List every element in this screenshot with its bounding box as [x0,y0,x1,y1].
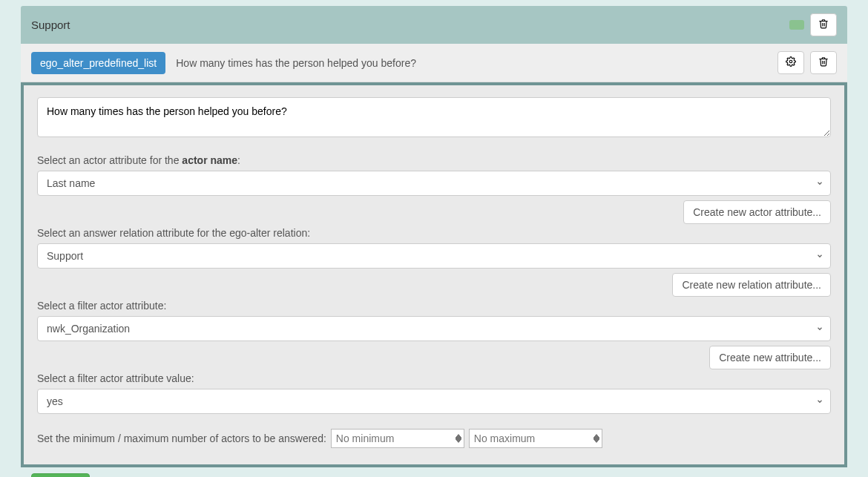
relation-label: Select an answer relation attribute for … [37,227,831,239]
delete-panel-button[interactable] [810,13,837,36]
svg-point-0 [789,60,792,63]
relation-select[interactable]: Support [37,243,831,269]
minmax-label: Set the minimum / maximum number of acto… [37,432,326,444]
panel-title: Support [31,19,70,31]
update-button[interactable]: Update [31,473,90,477]
create-attribute-button[interactable]: Create new attribute... [709,346,831,369]
svg-marker-4 [594,439,599,443]
min-actors-input[interactable] [331,429,464,448]
question-settings-button[interactable] [777,51,804,74]
question-header-row: ego_alter_predefined_list How many times… [31,44,837,82]
svg-marker-1 [456,435,461,438]
create-relation-attribute-button[interactable]: Create new relation attribute... [672,273,831,297]
trash-icon [818,56,829,69]
svg-marker-3 [594,435,599,438]
spinner-icon [456,434,461,443]
panel-header: Support [21,6,847,44]
gear-icon [786,56,796,69]
trash-icon [818,19,829,31]
max-actors-input[interactable] [469,429,602,448]
actor-name-label: Select an actor attribute for the actor … [37,154,831,166]
card-icon [789,20,804,30]
filter-value-select[interactable]: yes [37,389,831,414]
create-actor-attribute-button[interactable]: Create new actor attribute... [683,200,831,224]
delete-question-button[interactable] [810,51,837,74]
question-body: Select an actor attribute for the actor … [21,82,847,467]
filter-attr-label: Select a filter actor attribute: [37,300,831,312]
question-type-badge: ego_alter_predefined_list [31,52,165,74]
filter-attr-select[interactable]: nwk_Organization [37,316,831,341]
spinner-icon [594,434,599,443]
actor-name-select[interactable]: Last name [37,171,831,196]
question-prompt-input[interactable] [37,97,831,137]
question-title: How many times has the person helped you… [176,57,777,69]
svg-marker-2 [456,439,461,443]
filter-value-label: Select a filter actor attribute value: [37,372,831,384]
